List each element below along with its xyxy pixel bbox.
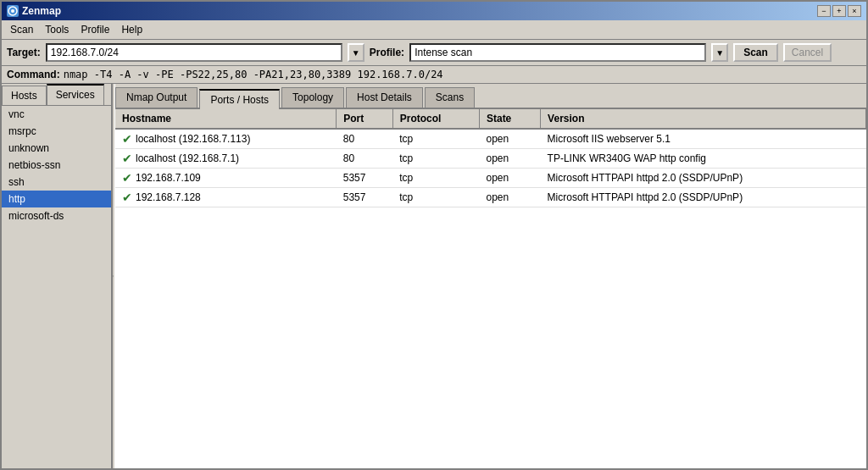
right-panel: Nmap Output Ports / Hosts Topology Host … — [115, 84, 866, 468]
toolbar: Target: ▼ Profile: ▼ Scan Cancel — [2, 40, 866, 66]
cell-protocol: tcp — [392, 169, 479, 188]
table-row: ✔localhost (192.168.7.1)80tcpopenTP-LINK… — [115, 149, 866, 169]
table-header-row: Hostname Port Protocol State Version — [115, 109, 866, 129]
cell-port: 5357 — [337, 169, 392, 188]
profile-dropdown[interactable]: ▼ — [711, 43, 728, 62]
check-icon: ✔ — [122, 191, 132, 204]
menu-scan[interactable]: Scan — [5, 22, 38, 37]
hostname-text: localhost (192.168.7.1) — [136, 152, 239, 164]
ports-hosts-table: Hostname Port Protocol State Version ✔lo… — [115, 109, 866, 207]
left-tab-bar: Hosts Services — [2, 84, 111, 106]
cell-version: TP-LINK WR340G WAP http config — [541, 149, 866, 169]
profile-input[interactable] — [409, 43, 706, 62]
command-text: nmap -T4 -A -v -PE -PS22,25,80 -PA21,23,… — [64, 69, 443, 80]
col-protocol: Protocol — [392, 109, 479, 129]
table-row: ✔192.168.7.1285357tcpopenMicrosoft HTTPA… — [115, 188, 866, 207]
command-label: Command: — [7, 69, 60, 80]
check-icon: ✔ — [122, 132, 132, 146]
cell-protocol: tcp — [392, 129, 479, 149]
menu-profile[interactable]: Profile — [75, 22, 114, 37]
tab-nmap-output[interactable]: Nmap Output — [115, 87, 198, 108]
main-content: Hosts Services vnc msrpc unknown netbios… — [2, 84, 866, 468]
table-body: ✔localhost (192.168.7.113)80tcpopenMicro… — [115, 129, 866, 207]
window-title: Zenmap — [22, 5, 61, 17]
check-icon: ✔ — [122, 152, 132, 165]
target-dropdown[interactable]: ▼ — [348, 43, 364, 62]
ports-hosts-table-container: Hostname Port Protocol State Version ✔lo… — [115, 109, 866, 468]
minimize-button[interactable]: − — [817, 5, 831, 17]
cell-port: 80 — [337, 149, 392, 169]
svg-point-1 — [11, 9, 14, 13]
cancel-button[interactable]: Cancel — [783, 43, 832, 62]
hostname-text: localhost (192.168.7.113) — [136, 133, 250, 145]
col-state: State — [479, 109, 540, 129]
title-bar-left: Zenmap — [7, 5, 61, 17]
target-label: Target: — [7, 47, 41, 58]
cell-hostname: ✔localhost (192.168.7.113) — [115, 129, 337, 149]
tab-ports-hosts[interactable]: Ports / Hosts — [199, 89, 280, 109]
title-bar: Zenmap − + × — [2, 2, 866, 20]
hostname-text: 192.168.7.109 — [136, 172, 201, 184]
scan-button[interactable]: Scan — [733, 43, 778, 62]
service-item-http[interactable]: http — [2, 191, 111, 207]
cell-port: 80 — [337, 129, 392, 149]
cell-state: open — [479, 129, 540, 149]
service-item-vnc[interactable]: vnc — [2, 106, 111, 123]
cell-hostname: ✔192.168.7.109 — [115, 169, 337, 188]
service-item-unknown[interactable]: unknown — [2, 140, 111, 157]
col-version: Version — [541, 109, 866, 129]
cell-state: open — [479, 169, 540, 188]
cell-state: open — [479, 188, 540, 207]
service-item-netbios-ssn[interactable]: netbios-ssn — [2, 157, 111, 174]
close-button[interactable]: × — [848, 5, 861, 17]
cell-state: open — [479, 149, 540, 169]
cell-protocol: tcp — [392, 149, 479, 169]
check-icon: ✔ — [122, 171, 132, 185]
cell-hostname: ✔localhost (192.168.7.1) — [115, 149, 337, 169]
tab-host-details[interactable]: Host Details — [346, 87, 423, 108]
tab-hosts[interactable]: Hosts — [2, 86, 47, 105]
tab-topology[interactable]: Topology — [281, 87, 344, 108]
maximize-button[interactable]: + — [832, 5, 846, 17]
cell-version: Microsoft HTTPAPI httpd 2.0 (SSDP/UPnP) — [541, 188, 866, 207]
menu-help[interactable]: Help — [116, 22, 147, 37]
service-item-ssh[interactable]: ssh — [2, 174, 111, 191]
left-panel: Hosts Services vnc msrpc unknown netbios… — [2, 84, 112, 468]
hostname-text: 192.168.7.128 — [136, 191, 201, 203]
cell-port: 5357 — [337, 188, 392, 207]
tab-scans[interactable]: Scans — [425, 87, 475, 108]
right-tab-bar: Nmap Output Ports / Hosts Topology Host … — [115, 84, 866, 109]
window-controls: − + × — [817, 5, 861, 17]
profile-label: Profile: — [370, 47, 404, 58]
cell-protocol: tcp — [392, 188, 479, 207]
menu-tools[interactable]: Tools — [40, 22, 74, 37]
command-bar: Command: nmap -T4 -A -v -PE -PS22,25,80 … — [2, 66, 866, 84]
cell-hostname: ✔192.168.7.128 — [115, 188, 337, 207]
col-port: Port — [337, 109, 392, 129]
cell-version: Microsoft HTTPAPI httpd 2.0 (SSDP/UPnP) — [541, 169, 866, 188]
service-item-msrpc[interactable]: msrpc — [2, 123, 111, 140]
table-row: ✔192.168.7.1095357tcpopenMicrosoft HTTPA… — [115, 169, 866, 188]
target-input[interactable] — [46, 43, 342, 62]
service-list: vnc msrpc unknown netbios-ssn ssh http m… — [2, 106, 111, 468]
cell-version: Microsoft IIS webserver 5.1 — [541, 129, 866, 149]
col-hostname: Hostname — [115, 109, 337, 129]
main-window: Zenmap − + × Scan Tools Profile Help Tar… — [0, 0, 868, 470]
menu-bar: Scan Tools Profile Help — [2, 20, 866, 40]
table-row: ✔localhost (192.168.7.113)80tcpopenMicro… — [115, 129, 866, 149]
app-icon — [7, 5, 19, 17]
tab-services[interactable]: Services — [47, 84, 104, 105]
service-item-microsoft-ds[interactable]: microsoft-ds — [2, 207, 111, 224]
